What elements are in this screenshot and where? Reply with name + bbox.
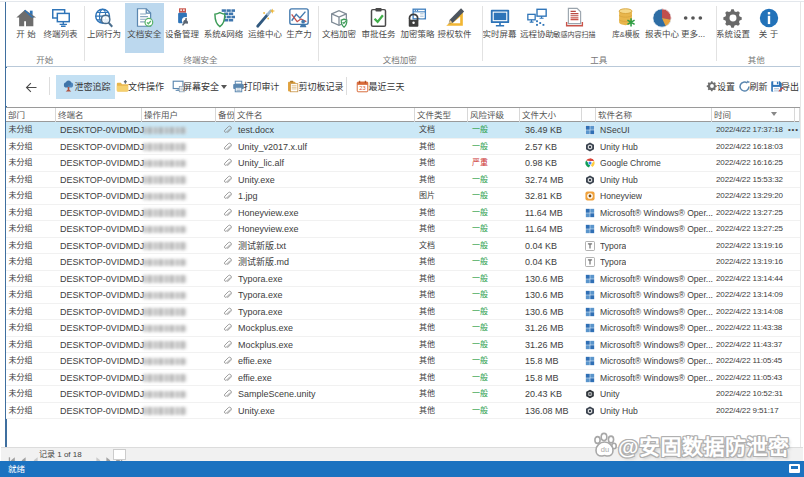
svg-text:23: 23	[359, 85, 365, 91]
svg-text:du: du	[601, 445, 609, 454]
